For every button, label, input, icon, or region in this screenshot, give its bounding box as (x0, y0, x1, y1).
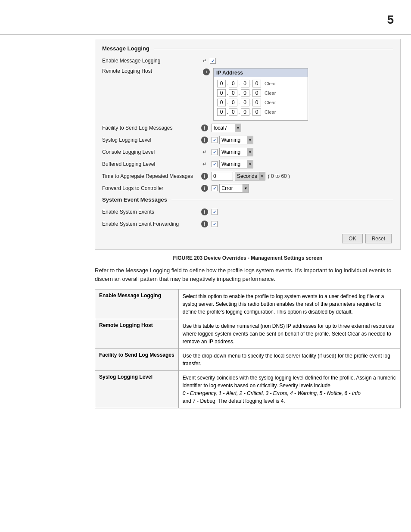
forward-logs-select-wrapper: Error ▼ (219, 184, 249, 193)
ip1-oct2[interactable]: 0 (229, 80, 237, 87)
system-events-divider (171, 200, 393, 200)
enable-message-logging-checkbox[interactable] (210, 58, 216, 64)
forward-logs-dropdown-arrow[interactable]: ▼ (243, 184, 249, 193)
main-content: Message Logging Enable Message Logging ↵… (95, 39, 401, 408)
bottom-buttons: OK Reset (102, 231, 393, 245)
ip2-oct1[interactable]: 0 (217, 89, 226, 97)
aggregate-time-input[interactable]: 0 (212, 172, 233, 180)
enable-system-events-row: Enable System Events i (102, 207, 393, 217)
enable-message-logging-label: Enable Message Logging (102, 58, 201, 64)
console-dropdown-arrow[interactable]: ▼ (247, 148, 253, 156)
enable-forwarding-row: Enable System Event Forwarding i (102, 219, 393, 229)
aggregate-time-label: Time to Aggregate Repeated Messages (102, 173, 201, 179)
ip4-oct3[interactable]: 0 (241, 108, 249, 116)
console-level-select[interactable]: Warning (219, 148, 247, 156)
syslog-select-wrapper: Warning ▼ (219, 136, 253, 144)
message-logging-header: Message Logging (102, 45, 393, 52)
syslog-info-icon: i (201, 137, 208, 143)
ip-row-2: 0 . 0 . 0 . 0 Clear (217, 89, 304, 97)
buffered-level-checkbox[interactable] (212, 161, 218, 167)
enable-forwarding-checkbox[interactable] (212, 221, 218, 227)
info-table: Enable Message LoggingSelect this option… (95, 289, 401, 408)
console-level-label: Console Logging Level (102, 149, 201, 155)
syslog-level-select[interactable]: Warning (219, 136, 247, 144)
facility-select-wrapper: local7 ▼ (212, 124, 241, 132)
section-divider (154, 49, 393, 49)
forward-logs-label: Forward Logs to Controller (102, 185, 201, 191)
remote-logging-host-row: Remote Logging Host i IP Address 0 . 0 .… (102, 68, 393, 121)
ip3-oct1[interactable]: 0 (217, 99, 226, 106)
ip3-oct3[interactable]: 0 (241, 99, 249, 106)
console-select-wrapper: Warning ▼ (219, 148, 253, 156)
ip3-oct2[interactable]: 0 (229, 99, 237, 106)
table-term: Syslog Logging Level (95, 371, 179, 408)
reset-button[interactable]: Reset (365, 234, 392, 243)
syslog-dropdown-arrow[interactable]: ▼ (247, 136, 253, 144)
facility-select[interactable]: local7 (212, 124, 235, 132)
top-divider (0, 34, 411, 35)
facility-row: Facility to Send Log Messages i local7 ▼ (102, 123, 393, 133)
forwarding-info-icon: i (201, 221, 208, 227)
ip1-clear-button[interactable]: Clear (265, 81, 276, 86)
console-level-checkbox[interactable] (212, 149, 218, 155)
buffered-enter-icon: ↵ (201, 161, 208, 168)
aggregate-time-row: Time to Aggregate Repeated Messages i 0 … (102, 171, 393, 181)
screenshot-panel: Message Logging Enable Message Logging ↵… (95, 39, 401, 250)
buffered-select-wrapper: Warning ▼ (219, 160, 253, 168)
buffered-dropdown-arrow[interactable]: ▼ (247, 160, 253, 168)
ip4-clear-button[interactable]: Clear (265, 109, 276, 115)
ok-button[interactable]: OK (342, 234, 362, 243)
ip2-oct4[interactable]: 0 (252, 89, 261, 97)
forward-logs-checkbox[interactable] (212, 185, 218, 191)
aggregate-range-note: ( 0 to 60 ) (268, 173, 290, 179)
enable-message-logging-row: Enable Message Logging ↵ (102, 56, 393, 65)
ip3-clear-button[interactable]: Clear (265, 100, 276, 105)
syslog-level-label: Syslog Logging Level (102, 137, 201, 143)
message-logging-title: Message Logging (102, 45, 149, 52)
console-enter-icon: ↵ (201, 149, 208, 156)
facility-info-icon: i (201, 124, 208, 131)
table-definition: Use this table to define numerical (non … (178, 319, 400, 349)
ip2-clear-button[interactable]: Clear (265, 90, 276, 96)
enable-system-events-label: Enable System Events (102, 209, 201, 215)
syslog-level-checkbox[interactable] (212, 137, 218, 143)
forward-logs-row: Forward Logs to Controller i Error ▼ (102, 184, 393, 193)
remote-host-info-icon: i (203, 68, 210, 75)
description-text: Refer to the Message Logging field to de… (95, 266, 401, 283)
page-number: 5 (387, 13, 394, 27)
forward-logs-select[interactable]: Error (219, 184, 243, 193)
facility-label: Facility to Send Log Messages (102, 125, 201, 131)
system-events-info-icon: i (201, 208, 208, 215)
ip-address-header: IP Address (214, 68, 308, 77)
syslog-level-row: Syslog Logging Level i Warning ▼ (102, 135, 393, 145)
table-definition: Event severity coincides with the syslog… (178, 371, 400, 408)
aggregate-info-icon: i (201, 173, 208, 180)
ip4-oct2[interactable]: 0 (229, 108, 237, 116)
enable-system-events-checkbox[interactable] (212, 209, 218, 215)
table-definition: Select this option to enable the profile… (178, 289, 400, 319)
seconds-dropdown-arrow[interactable]: ▼ (259, 172, 265, 180)
ip1-oct3[interactable]: 0 (241, 80, 249, 87)
console-level-row: Console Logging Level ↵ Warning ▼ (102, 147, 393, 157)
buffered-level-row: Buffered Logging Level ↵ Warning ▼ (102, 159, 393, 169)
ip1-oct1[interactable]: 0 (217, 80, 226, 87)
table-definition: Use the drop-down menu to specify the lo… (178, 349, 400, 371)
ip2-oct2[interactable]: 0 (229, 89, 237, 97)
table-row: Remote Logging HostUse this table to def… (95, 319, 401, 349)
table-row: Syslog Logging LevelEvent severity coinc… (95, 371, 401, 408)
buffered-level-select[interactable]: Warning (219, 160, 247, 168)
ip4-oct4[interactable]: 0 (252, 108, 261, 116)
ip2-oct3[interactable]: 0 (241, 89, 249, 97)
figure-caption-text: FIGURE 203 Device Overrides - Management… (173, 255, 323, 261)
table-term: Facility to Send Log Messages (95, 349, 179, 371)
table-term: Remote Logging Host (95, 319, 179, 349)
ip3-oct4[interactable]: 0 (252, 99, 261, 106)
seconds-label: Seconds (235, 172, 259, 180)
seconds-select-wrapper: Seconds ▼ (235, 172, 265, 180)
figure-caption: FIGURE 203 Device Overrides - Management… (95, 255, 401, 261)
facility-dropdown-arrow[interactable]: ▼ (235, 124, 241, 132)
enable-forwarding-label: Enable System Event Forwarding (102, 221, 201, 227)
ip-row-3: 0 . 0 . 0 . 0 Clear (217, 99, 304, 106)
ip1-oct4[interactable]: 0 (252, 80, 261, 87)
ip4-oct1[interactable]: 0 (217, 108, 226, 116)
